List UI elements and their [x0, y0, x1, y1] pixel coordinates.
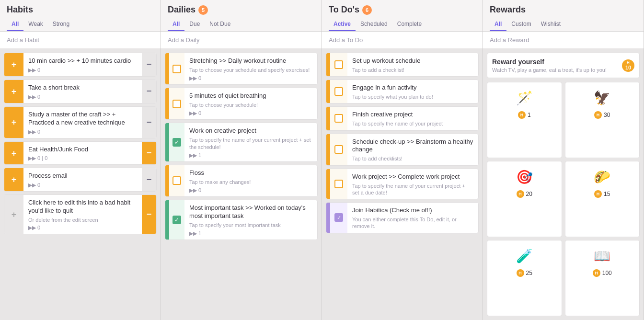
- daily-checkbox-area[interactable]: [169, 165, 184, 196]
- daily-streak: ▶▶ 0: [189, 187, 312, 194]
- habit-minus-button[interactable]: −: [142, 142, 156, 165]
- todo-color-bar: [326, 107, 330, 130]
- rewards-tab-bar: All Custom Wishlist: [490, 18, 637, 31]
- todos-title: To Do's 6: [329, 5, 476, 15]
- todo-name: Set up workout schedule: [352, 57, 473, 65]
- daily-color-bar: [165, 200, 169, 240]
- tab-todos-active[interactable]: Active: [329, 18, 356, 31]
- todo-checkbox-area[interactable]: [330, 169, 347, 199]
- daily-checkbox[interactable]: [172, 65, 181, 73]
- gold-coin-icon: H: [518, 111, 526, 119]
- add-reward-button[interactable]: Add a Reward: [483, 32, 644, 49]
- daily-sub: Tap to choose your schedule and specify …: [189, 67, 312, 73]
- todo-item: Work project >> Complete work project Ta…: [326, 169, 479, 199]
- reward-card[interactable]: 🦅 H 30: [565, 82, 640, 158]
- habit-plus-button[interactable]: +: [4, 195, 23, 234]
- daily-streak: ▶▶ 0: [189, 110, 312, 116]
- daily-checkbox-area[interactable]: [169, 53, 184, 84]
- tab-todos-complete[interactable]: Complete: [392, 18, 426, 31]
- habit-plus-button[interactable]: +: [4, 142, 23, 165]
- habit-item: + 10 min cardio >> + 10 minutes cardio ▶…: [4, 53, 157, 77]
- tab-dailies-notdue[interactable]: Not Due: [205, 18, 235, 31]
- reward-cost-badge: H 10: [622, 59, 634, 72]
- todo-checkbox-area[interactable]: [330, 80, 347, 103]
- habit-name: Eat Health/Junk Food: [28, 146, 137, 154]
- reward-featured-item[interactable]: Reward yourself Watch TV, play a game, e…: [487, 53, 640, 78]
- todo-checkbox[interactable]: ✓: [334, 213, 343, 222]
- add-habit-button[interactable]: Add a Habit: [0, 32, 161, 49]
- reward-price: 20: [526, 191, 532, 197]
- habits-title: Habits: [7, 5, 154, 15]
- todo-color-bar: [326, 203, 330, 232]
- reward-price: 100: [602, 270, 612, 276]
- todo-item: Engage in a fun activity Tap to specify …: [326, 80, 479, 103]
- daily-checkbox[interactable]: ✓: [172, 216, 181, 224]
- habit-streak: ▶▶ 0: [28, 182, 137, 188]
- todo-checkbox-area[interactable]: [330, 107, 347, 130]
- habit-minus-button[interactable]: −: [142, 168, 156, 191]
- reward-icon: 📖: [593, 246, 612, 265]
- habit-minus-button[interactable]: −: [142, 107, 156, 138]
- tab-dailies-due[interactable]: Due: [184, 18, 205, 31]
- daily-checkbox[interactable]: [172, 176, 181, 185]
- reward-card[interactable]: 🪄 H 1: [487, 82, 562, 158]
- habit-item: + Study a master of the craft >> + Pract…: [4, 106, 157, 138]
- habit-minus-button[interactable]: −: [142, 195, 156, 234]
- reward-icon: 🎯: [515, 167, 534, 186]
- habits-tab-bar: All Weak Strong: [7, 18, 154, 31]
- habit-plus-button[interactable]: +: [4, 168, 23, 191]
- reward-card[interactable]: 🎯 H 20: [487, 161, 562, 237]
- habit-streak: ▶▶ 0: [28, 67, 137, 73]
- daily-name: 5 minutes of quiet breathing: [189, 92, 312, 100]
- todo-item: Finish creative project Tap to specify t…: [326, 106, 479, 130]
- todo-checkbox[interactable]: [334, 145, 343, 154]
- daily-checkbox-area[interactable]: ✓: [169, 200, 184, 240]
- tab-habits-weak[interactable]: Weak: [23, 18, 47, 31]
- todo-checkbox[interactable]: [334, 60, 343, 69]
- todo-checkbox[interactable]: [334, 87, 343, 96]
- gold-coin-icon: H: [593, 269, 600, 277]
- tab-rewards-wishlist[interactable]: Wishlist: [536, 18, 565, 31]
- habit-minus-button[interactable]: −: [142, 80, 156, 103]
- todo-name: Schedule check-up >> Brainstorm a health…: [352, 138, 473, 154]
- todo-name: Work project >> Complete work project: [352, 173, 473, 181]
- rewards-column: Rewards All Custom Wishlist Add a Reward…: [483, 0, 644, 320]
- habit-minus-button[interactable]: −: [142, 53, 156, 76]
- habit-streak: ▶▶ 0: [28, 225, 137, 231]
- daily-checkbox[interactable]: ✓: [172, 138, 181, 147]
- tab-rewards-custom[interactable]: Custom: [506, 18, 536, 31]
- habit-item: + Click here to edit this into a bad hab…: [4, 194, 157, 234]
- dailies-header: Dailies 5 All Due Not Due: [161, 0, 322, 32]
- todo-checkbox-area[interactable]: [330, 134, 347, 165]
- reward-card[interactable]: 🌮 H 15: [565, 161, 640, 237]
- add-daily-button[interactable]: Add a Daily: [161, 32, 322, 49]
- daily-checkbox[interactable]: [172, 100, 181, 108]
- reward-price: 15: [604, 191, 610, 197]
- tab-rewards-all[interactable]: All: [490, 18, 506, 31]
- habits-list: + 10 min cardio >> + 10 minutes cardio ▶…: [0, 49, 161, 320]
- add-todo-button[interactable]: Add a To Do: [322, 32, 483, 49]
- dailies-title-text: Dailies: [168, 5, 196, 15]
- todo-checkbox[interactable]: [334, 180, 343, 188]
- daily-checkbox-area[interactable]: ✓: [169, 123, 184, 161]
- tab-dailies-all[interactable]: All: [168, 18, 184, 31]
- gold-coin-icon: H: [517, 190, 524, 198]
- todo-checkbox-area[interactable]: [330, 53, 347, 76]
- reward-card[interactable]: 🧪 H 25: [487, 240, 562, 316]
- todo-sub: Tap to specify the name of your current …: [352, 183, 473, 196]
- todo-item: Schedule check-up >> Brainstorm a health…: [326, 134, 479, 166]
- todo-checkbox[interactable]: [334, 114, 343, 123]
- tab-habits-strong[interactable]: Strong: [48, 18, 74, 31]
- habit-plus-button[interactable]: +: [4, 80, 23, 103]
- habit-plus-button[interactable]: +: [4, 107, 23, 138]
- habit-plus-button[interactable]: +: [4, 53, 23, 76]
- daily-color-bar: [165, 165, 169, 196]
- daily-color-bar: [165, 123, 169, 161]
- tab-todos-scheduled[interactable]: Scheduled: [356, 18, 392, 31]
- daily-checkbox-area[interactable]: [169, 88, 184, 119]
- tab-habits-all[interactable]: All: [7, 18, 23, 31]
- todo-sub: Tap to specify the name of your project: [352, 120, 473, 127]
- todo-checkbox-area[interactable]: ✓: [330, 203, 347, 232]
- habit-streak: ▶▶ 0: [28, 94, 137, 100]
- reward-card[interactable]: 📖 H 100: [565, 240, 640, 316]
